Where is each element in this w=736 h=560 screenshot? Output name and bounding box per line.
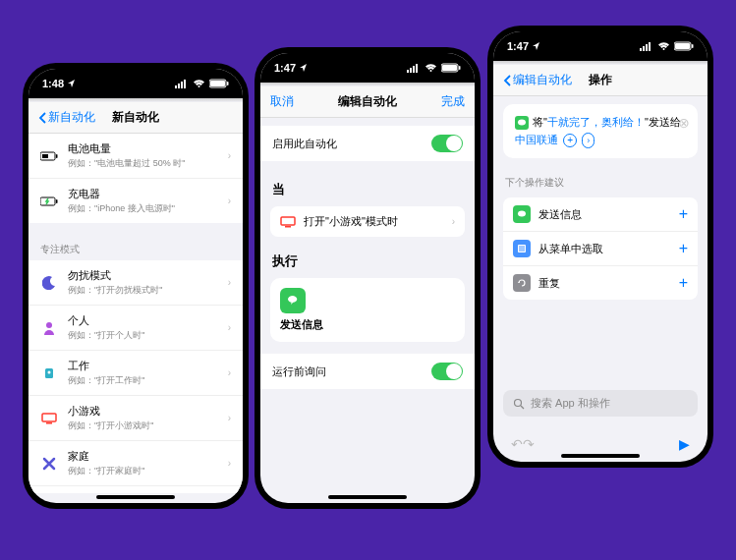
action-bubble[interactable]: ⊗ 将"干就完了，奥利给！"发送给 中国联通 + ›	[503, 104, 698, 158]
wifi-icon	[425, 63, 437, 73]
back-button[interactable]: 编辑自动化	[503, 72, 572, 88]
status-time: 1:48	[42, 78, 64, 89]
location-icon	[532, 41, 541, 51]
remove-action-icon[interactable]: ⊗	[678, 112, 690, 134]
chevron-left-icon	[38, 112, 46, 124]
home-indicator	[96, 495, 175, 499]
svg-rect-32	[692, 44, 694, 48]
nav-bar: 新自动化 新自动化	[28, 102, 243, 134]
svg-rect-24	[281, 217, 295, 225]
automation-row-dnd[interactable]: 勿扰模式例如："打开勿扰模式时" ›	[28, 260, 243, 306]
automation-row-charger[interactable]: 充电器 例如："iPhone 接入电源时" ›	[28, 179, 243, 223]
svg-point-12	[46, 322, 52, 328]
automation-row-work[interactable]: 工作例如："打开工作时" ›	[28, 351, 243, 396]
back-button[interactable]: 新自动化	[38, 109, 95, 126]
automation-row-personal[interactable]: 个人例如："打开个人时" ›	[28, 306, 243, 351]
nav-title: 新自动化	[112, 109, 159, 126]
enable-toggle[interactable]	[431, 135, 463, 152]
action-label: 发送信息	[280, 317, 455, 332]
row-title: 充电器	[68, 187, 218, 201]
add-icon[interactable]: +	[679, 274, 688, 292]
svg-point-14	[48, 370, 51, 373]
svg-rect-27	[643, 46, 645, 51]
automation-row-gaming[interactable]: 游戏例如："打开游戏时" ›	[28, 486, 243, 493]
automation-row-home[interactable]: 家庭例如："打开家庭时" ›	[28, 441, 243, 486]
run-icon[interactable]: ▶	[679, 436, 690, 452]
chevron-right-icon: ›	[228, 458, 231, 469]
chevron-right-icon: ›	[452, 216, 455, 227]
suggestion-label: 发送信息	[538, 207, 582, 222]
add-icon[interactable]: +	[679, 240, 688, 257]
done-button[interactable]: 完成	[441, 93, 465, 110]
enable-toggle-row: 启用此自动化	[260, 126, 475, 161]
display-icon	[40, 410, 58, 427]
svg-rect-2	[181, 82, 183, 88]
add-recipient-icon[interactable]: +	[563, 134, 577, 147]
back-label: 编辑自动化	[513, 72, 572, 88]
bubble-message[interactable]: 干就完了，奥利给！	[547, 116, 645, 128]
svg-rect-17	[407, 70, 409, 73]
automation-row-game-mini[interactable]: 小游戏例如："打开小游戏时" ›	[28, 396, 243, 441]
svg-rect-9	[56, 154, 58, 158]
signal-icon	[175, 79, 189, 88]
row-title: 小游戏	[68, 404, 218, 419]
home-indicator	[328, 495, 407, 499]
location-icon	[67, 79, 77, 88]
undo-icon[interactable]: ↶	[511, 436, 523, 452]
svg-rect-19	[413, 66, 415, 73]
svg-rect-26	[640, 48, 642, 51]
search-icon	[513, 398, 525, 410]
suggestion-repeat[interactable]: 重复 +	[503, 266, 698, 300]
cancel-button[interactable]: 取消	[270, 93, 294, 110]
wifi-icon	[193, 79, 205, 88]
svg-rect-5	[210, 81, 225, 86]
svg-rect-18	[410, 68, 412, 73]
svg-rect-28	[646, 44, 648, 51]
messages-icon	[513, 205, 531, 223]
content-scroll[interactable]: 启用此自动化 当 打开"小游戏"模式时 › 执行 发送信息 运行前询问	[260, 118, 475, 499]
svg-rect-22	[442, 65, 457, 71]
ask-toggle[interactable]	[431, 363, 463, 380]
when-condition-card[interactable]: 打开"小游戏"模式时 ›	[270, 206, 465, 237]
battery-icon	[40, 147, 58, 165]
person-icon	[40, 319, 58, 337]
suggestion-send-message[interactable]: 发送信息 +	[503, 197, 698, 232]
wifi-icon	[657, 41, 670, 51]
phone-3: 1:47 编辑自动化 操作 ⊗ 将"干就完了，奥利给！"发送给 中国联通 + ›…	[493, 31, 708, 462]
add-icon[interactable]: +	[679, 205, 688, 223]
search-placeholder: 搜索 App 和操作	[531, 396, 610, 411]
action-card[interactable]: 发送信息	[270, 278, 465, 342]
row-title: 工作	[68, 359, 218, 373]
row-title: 启用此自动化	[272, 137, 422, 151]
nav-title: 操作	[589, 72, 612, 88]
status-time: 1:47	[274, 62, 296, 74]
chevron-right-icon: ›	[228, 322, 231, 333]
content-scroll[interactable]: 电池电量 例如："电池电量超过 50% 时" › 充电器 例如："iPhone …	[28, 134, 243, 493]
svg-rect-8	[42, 154, 48, 158]
battery-icon	[209, 79, 229, 88]
signal-icon	[407, 63, 421, 73]
section-header-focus: 专注模式	[28, 233, 243, 260]
bubble-recipient[interactable]: 中国联通	[515, 134, 558, 145]
suggestions-header: 下个操作建议	[493, 166, 708, 194]
search-input[interactable]: 搜索 App 和操作	[503, 390, 698, 417]
svg-point-36	[515, 399, 522, 406]
bubble-text: 将"	[533, 116, 547, 128]
suggestion-label: 从菜单中选取	[538, 242, 603, 256]
status-time: 1:47	[507, 40, 529, 52]
svg-rect-11	[56, 199, 58, 203]
signal-icon	[640, 41, 653, 51]
suggestion-choose-menu[interactable]: 从菜单中选取 +	[503, 232, 698, 266]
expand-icon[interactable]: ›	[582, 133, 594, 148]
battery-icon	[674, 41, 694, 51]
automation-row-battery[interactable]: 电池电量 例如："电池电量超过 50% 时" ›	[28, 134, 243, 179]
repeat-icon	[513, 274, 531, 292]
phone-2: 1:47 取消 编辑自动化 完成 启用此自动化 当 打开"小游戏"模式时 › 执…	[260, 53, 475, 503]
phone-1: 1:48 新自动化 新自动化 电池电量 例如："电池电量超过 50% 时"	[28, 69, 243, 503]
location-icon	[299, 63, 309, 73]
row-sub: 例如："打开个人时"	[68, 329, 218, 342]
redo-icon[interactable]: ↷	[523, 436, 535, 452]
nav-bar: 编辑自动化 操作	[493, 65, 708, 96]
row-sub: 例如："打开工作时"	[68, 374, 218, 387]
content-scroll[interactable]: ⊗ 将"干就完了，奥利给！"发送给 中国联通 + › 下个操作建议 发送信息 +…	[493, 96, 708, 458]
